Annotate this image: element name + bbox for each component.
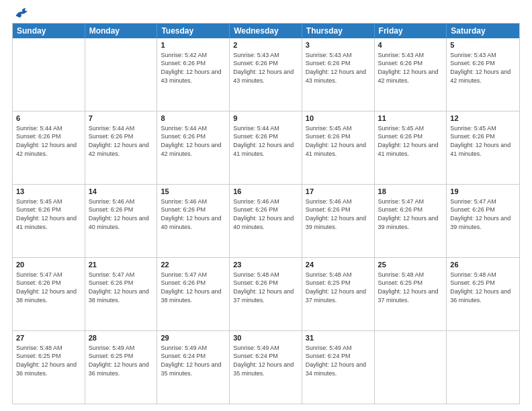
- cell-info: Sunrise: 5:47 AM Sunset: 6:26 PM Dayligh…: [89, 271, 154, 304]
- day-number: 8: [161, 113, 226, 124]
- calendar-header-cell: Tuesday: [157, 24, 230, 38]
- day-number: 11: [378, 113, 443, 124]
- logo: [12, 7, 31, 19]
- cell-info: Sunrise: 5:46 AM Sunset: 6:26 PM Dayligh…: [161, 197, 226, 231]
- cell-info: Sunrise: 5:45 AM Sunset: 6:26 PM Dayligh…: [450, 124, 516, 158]
- cell-info: Sunrise: 5:48 AM Sunset: 6:25 PM Dayligh…: [450, 271, 516, 304]
- day-number: 9: [233, 113, 298, 124]
- day-number: 2: [233, 40, 298, 50]
- calendar-row: 20Sunrise: 5:47 AM Sunset: 6:26 PM Dayli…: [13, 258, 519, 331]
- calendar-cell: [85, 38, 158, 111]
- calendar-cell: 5Sunrise: 5:43 AM Sunset: 6:26 PM Daylig…: [447, 38, 519, 111]
- calendar-cell: 28Sunrise: 5:49 AM Sunset: 6:25 PM Dayli…: [85, 331, 158, 404]
- calendar-header-cell: Friday: [375, 24, 447, 38]
- day-number: 31: [306, 333, 371, 343]
- cell-info: Sunrise: 5:44 AM Sunset: 6:26 PM Dayligh…: [89, 124, 154, 158]
- day-number: 29: [161, 333, 226, 343]
- calendar-header-row: SundayMondayTuesdayWednesdayThursdayFrid…: [13, 24, 519, 38]
- day-number: 14: [89, 187, 154, 197]
- day-number: 27: [16, 333, 81, 343]
- calendar-cell: 6Sunrise: 5:44 AM Sunset: 6:26 PM Daylig…: [13, 111, 85, 184]
- calendar-cell: 19Sunrise: 5:47 AM Sunset: 6:26 PM Dayli…: [447, 185, 519, 257]
- day-number: 26: [450, 260, 516, 270]
- day-number: 3: [306, 40, 371, 50]
- calendar-header-cell: Wednesday: [230, 24, 302, 38]
- cell-info: Sunrise: 5:43 AM Sunset: 6:26 PM Dayligh…: [450, 51, 516, 85]
- day-number: 12: [450, 113, 516, 124]
- cell-info: Sunrise: 5:48 AM Sunset: 6:25 PM Dayligh…: [378, 271, 443, 304]
- day-number: 22: [161, 260, 226, 270]
- calendar-cell: 30Sunrise: 5:49 AM Sunset: 6:24 PM Dayli…: [230, 331, 302, 404]
- day-number: 28: [89, 333, 154, 343]
- cell-info: Sunrise: 5:49 AM Sunset: 6:24 PM Dayligh…: [161, 344, 226, 377]
- calendar-cell: 27Sunrise: 5:48 AM Sunset: 6:25 PM Dayli…: [13, 331, 85, 404]
- calendar-cell: [447, 331, 519, 404]
- calendar-body: 1Sunrise: 5:42 AM Sunset: 6:26 PM Daylig…: [13, 38, 519, 404]
- calendar-cell: 14Sunrise: 5:46 AM Sunset: 6:26 PM Dayli…: [85, 185, 158, 257]
- day-number: 21: [89, 260, 154, 270]
- day-number: 15: [161, 187, 226, 197]
- calendar-cell: 12Sunrise: 5:45 AM Sunset: 6:26 PM Dayli…: [447, 111, 519, 184]
- cell-info: Sunrise: 5:44 AM Sunset: 6:26 PM Dayligh…: [233, 124, 298, 158]
- cell-info: Sunrise: 5:45 AM Sunset: 6:26 PM Dayligh…: [16, 197, 81, 231]
- cell-info: Sunrise: 5:48 AM Sunset: 6:26 PM Dayligh…: [233, 271, 298, 304]
- calendar-cell: [13, 38, 85, 111]
- calendar-cell: 20Sunrise: 5:47 AM Sunset: 6:26 PM Dayli…: [13, 258, 85, 330]
- cell-info: Sunrise: 5:49 AM Sunset: 6:24 PM Dayligh…: [233, 344, 298, 377]
- day-number: 25: [378, 260, 443, 270]
- day-number: 5: [450, 40, 516, 50]
- day-number: 24: [306, 260, 371, 270]
- calendar-header-cell: Thursday: [302, 24, 375, 38]
- page: SundayMondayTuesdayWednesdayThursdayFrid…: [0, 0, 532, 411]
- cell-info: Sunrise: 5:46 AM Sunset: 6:26 PM Dayligh…: [306, 197, 371, 231]
- calendar-cell: 23Sunrise: 5:48 AM Sunset: 6:26 PM Dayli…: [230, 258, 302, 330]
- calendar: SundayMondayTuesdayWednesdayThursdayFrid…: [12, 23, 520, 404]
- calendar-cell: [375, 331, 447, 404]
- calendar-cell: 15Sunrise: 5:46 AM Sunset: 6:26 PM Dayli…: [157, 185, 230, 257]
- cell-info: Sunrise: 5:48 AM Sunset: 6:25 PM Dayligh…: [306, 271, 371, 304]
- calendar-cell: 24Sunrise: 5:48 AM Sunset: 6:25 PM Dayli…: [302, 258, 375, 330]
- calendar-header-cell: Saturday: [447, 24, 519, 38]
- day-number: 10: [306, 113, 371, 124]
- cell-info: Sunrise: 5:46 AM Sunset: 6:26 PM Dayligh…: [233, 197, 298, 231]
- calendar-cell: 18Sunrise: 5:47 AM Sunset: 6:26 PM Dayli…: [375, 185, 447, 257]
- cell-info: Sunrise: 5:46 AM Sunset: 6:26 PM Dayligh…: [89, 197, 154, 231]
- header: [12, 7, 520, 19]
- day-number: 23: [233, 260, 298, 270]
- day-number: 20: [16, 260, 81, 270]
- cell-info: Sunrise: 5:43 AM Sunset: 6:26 PM Dayligh…: [233, 51, 298, 85]
- day-number: 17: [306, 187, 371, 197]
- calendar-cell: 17Sunrise: 5:46 AM Sunset: 6:26 PM Dayli…: [302, 185, 375, 257]
- day-number: 16: [233, 187, 298, 197]
- day-number: 19: [450, 187, 516, 197]
- day-number: 4: [378, 40, 443, 50]
- cell-info: Sunrise: 5:44 AM Sunset: 6:26 PM Dayligh…: [161, 124, 226, 158]
- cell-info: Sunrise: 5:42 AM Sunset: 6:26 PM Dayligh…: [161, 51, 226, 85]
- calendar-cell: 31Sunrise: 5:49 AM Sunset: 6:24 PM Dayli…: [302, 331, 375, 404]
- calendar-row: 1Sunrise: 5:42 AM Sunset: 6:26 PM Daylig…: [13, 38, 519, 111]
- calendar-cell: 25Sunrise: 5:48 AM Sunset: 6:25 PM Dayli…: [375, 258, 447, 330]
- calendar-cell: 9Sunrise: 5:44 AM Sunset: 6:26 PM Daylig…: [230, 111, 302, 184]
- cell-info: Sunrise: 5:45 AM Sunset: 6:26 PM Dayligh…: [378, 124, 443, 158]
- calendar-cell: 3Sunrise: 5:43 AM Sunset: 6:26 PM Daylig…: [302, 38, 375, 111]
- cell-info: Sunrise: 5:45 AM Sunset: 6:26 PM Dayligh…: [306, 124, 371, 158]
- cell-info: Sunrise: 5:47 AM Sunset: 6:26 PM Dayligh…: [161, 271, 226, 304]
- calendar-cell: 16Sunrise: 5:46 AM Sunset: 6:26 PM Dayli…: [230, 185, 302, 257]
- day-number: 7: [89, 113, 154, 124]
- cell-info: Sunrise: 5:49 AM Sunset: 6:24 PM Dayligh…: [306, 344, 371, 377]
- day-number: 13: [16, 187, 81, 197]
- calendar-cell: 26Sunrise: 5:48 AM Sunset: 6:25 PM Dayli…: [447, 258, 519, 330]
- calendar-cell: 7Sunrise: 5:44 AM Sunset: 6:26 PM Daylig…: [85, 111, 158, 184]
- calendar-cell: 4Sunrise: 5:43 AM Sunset: 6:26 PM Daylig…: [375, 38, 447, 111]
- calendar-cell: 22Sunrise: 5:47 AM Sunset: 6:26 PM Dayli…: [157, 258, 230, 330]
- cell-info: Sunrise: 5:49 AM Sunset: 6:25 PM Dayligh…: [89, 344, 154, 377]
- cell-info: Sunrise: 5:47 AM Sunset: 6:26 PM Dayligh…: [450, 197, 516, 231]
- calendar-cell: 21Sunrise: 5:47 AM Sunset: 6:26 PM Dayli…: [85, 258, 158, 330]
- calendar-cell: 8Sunrise: 5:44 AM Sunset: 6:26 PM Daylig…: [157, 111, 230, 184]
- calendar-row: 27Sunrise: 5:48 AM Sunset: 6:25 PM Dayli…: [13, 331, 519, 404]
- calendar-cell: 10Sunrise: 5:45 AM Sunset: 6:26 PM Dayli…: [302, 111, 375, 184]
- calendar-header-cell: Monday: [85, 24, 158, 38]
- calendar-cell: 13Sunrise: 5:45 AM Sunset: 6:26 PM Dayli…: [13, 185, 85, 257]
- cell-info: Sunrise: 5:43 AM Sunset: 6:26 PM Dayligh…: [378, 51, 443, 85]
- cell-info: Sunrise: 5:47 AM Sunset: 6:26 PM Dayligh…: [378, 197, 443, 231]
